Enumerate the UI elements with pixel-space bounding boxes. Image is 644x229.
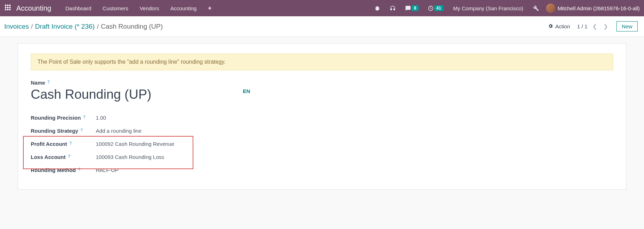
loss-account-field[interactable]: 100093 Cash Rounding Loss — [96, 150, 613, 164]
rounding-strategy-label: Rounding Strategy — [31, 128, 78, 134]
activities-badge: 41 — [434, 5, 443, 11]
loss-account-label: Loss Account — [31, 154, 66, 160]
help-icon[interactable]: ? — [78, 167, 81, 172]
content-wrap: The Point of Sale only supports the "add… — [0, 37, 644, 196]
profit-account-field[interactable]: 100092 Cash Rounding Revenue — [96, 137, 613, 150]
row-rounding-method: Rounding Method ? HALF-UP — [31, 164, 613, 177]
rounding-strategy-field[interactable]: Add a rounding line — [96, 124, 613, 137]
user-menu[interactable]: Mitchell Admin (26815976-16-0-all) — [545, 4, 641, 13]
avatar — [546, 4, 555, 13]
action-label: Action — [555, 23, 570, 29]
tools-icon[interactable] — [529, 0, 543, 16]
nav-vendors[interactable]: Vendors — [134, 0, 165, 16]
alert-warning: The Point of Sale only supports the "add… — [31, 53, 613, 70]
bug-icon[interactable] — [371, 0, 384, 16]
breadcrumb-sep: / — [31, 23, 33, 30]
activities-icon[interactable]: 41 — [424, 0, 447, 16]
rounding-method-label: Rounding Method — [31, 167, 76, 173]
page-header: Invoices / Draft Invoice (* 236) / Cash … — [0, 16, 644, 37]
help-icon[interactable]: ? — [69, 141, 72, 146]
nav-accounting[interactable]: Accounting — [165, 0, 202, 16]
profit-account-label: Profit Account — [31, 141, 67, 147]
action-button[interactable]: Action — [548, 23, 570, 30]
nav-dashboard[interactable]: Dashboard — [60, 0, 97, 16]
help-icon[interactable]: ? — [47, 80, 50, 85]
rounding-precision-label: Rounding Precision — [31, 115, 81, 121]
lang-badge[interactable]: EN — [243, 88, 250, 94]
help-icon[interactable]: ? — [68, 154, 70, 159]
messages-icon[interactable]: 8 — [402, 0, 422, 16]
row-loss-account: Loss Account ? 100093 Cash Rounding Loss — [31, 150, 613, 164]
form-table: Rounding Precision ? 1.00 Rounding Strat… — [31, 111, 613, 177]
help-icon[interactable]: ? — [83, 115, 86, 120]
form-sheet: The Point of Sale only supports the "add… — [18, 43, 626, 190]
apps-icon[interactable] — [5, 5, 12, 12]
topbar: Accounting Dashboard Customers Vendors A… — [0, 0, 644, 16]
app-brand[interactable]: Accounting — [16, 4, 51, 12]
row-rounding-precision: Rounding Precision ? 1.00 — [31, 111, 613, 124]
breadcrumb-sep: / — [97, 23, 99, 30]
pager-prev-icon[interactable]: ❮ — [591, 22, 598, 31]
pager: 1 / 1 ❮ ❯ — [577, 22, 609, 31]
breadcrumb: Invoices / Draft Invoice (* 236) / Cash … — [4, 23, 163, 30]
rounding-method-field[interactable]: HALF-UP — [96, 164, 613, 177]
nav-add[interactable]: + — [202, 0, 217, 16]
pager-text[interactable]: 1 / 1 — [577, 23, 587, 29]
nav-customers[interactable]: Customers — [97, 0, 134, 16]
breadcrumb-draft-invoice[interactable]: Draft Invoice (* 236) — [35, 23, 95, 30]
name-label: Name — [31, 80, 45, 86]
breadcrumb-current: Cash Rounding (UP) — [101, 23, 163, 30]
new-button[interactable]: New — [616, 21, 638, 32]
breadcrumb-invoices[interactable]: Invoices — [4, 23, 29, 30]
company-selector[interactable]: My Company (San Francisco) — [449, 5, 527, 11]
messages-badge: 8 — [412, 5, 418, 11]
gear-icon — [548, 23, 553, 30]
help-icon[interactable]: ? — [80, 128, 83, 133]
row-profit-account: Profit Account ? 100092 Cash Rounding Re… — [31, 137, 613, 150]
title-block: Name ? Cash Rounding (UP) EN — [31, 80, 613, 103]
row-rounding-strategy: Rounding Strategy ? Add a rounding line — [31, 124, 613, 137]
pager-next-icon[interactable]: ❯ — [602, 22, 609, 31]
user-name: Mitchell Admin (26815976-16-0-all) — [557, 5, 640, 11]
support-icon[interactable] — [386, 0, 399, 16]
rounding-precision-field[interactable]: 1.00 — [96, 111, 613, 124]
name-field[interactable]: Cash Rounding (UP) — [31, 86, 613, 103]
